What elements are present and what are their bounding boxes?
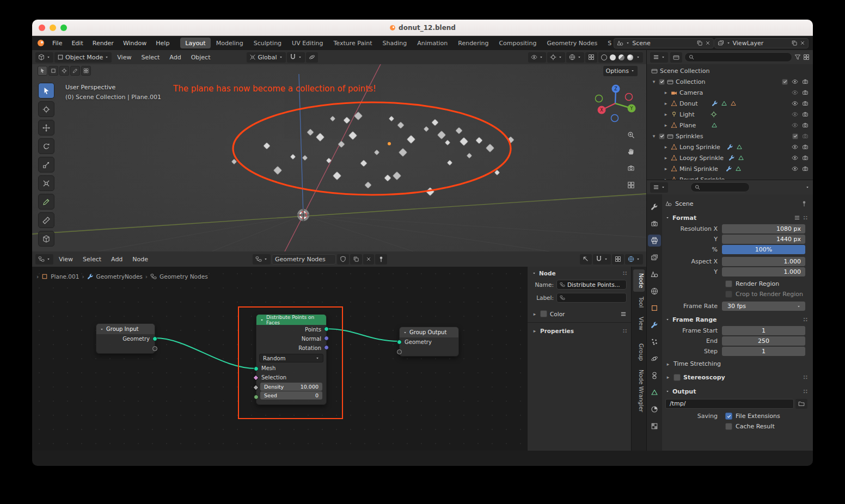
- tab-render-properties[interactable]: [648, 218, 661, 230]
- menu-help[interactable]: Help: [151, 38, 174, 48]
- unlink-scene-icon[interactable]: [705, 40, 711, 46]
- collection-checkbox[interactable]: [659, 133, 665, 139]
- tab-viewlayer-properties[interactable]: [648, 251, 661, 263]
- workspace-tab-truncated[interactable]: S: [603, 38, 613, 48]
- tab-view[interactable]: View: [633, 313, 645, 334]
- node-snapping-button[interactable]: [593, 254, 611, 265]
- outliner-row-round-sprinkle[interactable]: ▸ Round Sprinkle: [647, 174, 813, 180]
- new-viewlayer-icon[interactable]: [791, 40, 798, 46]
- tab-physics-properties[interactable]: [648, 353, 661, 365]
- node-label-input[interactable]: [556, 293, 627, 303]
- tab-constraint-properties[interactable]: [648, 370, 661, 382]
- stereoscopy-section-header[interactable]: ▸ Stereoscopy ∷: [665, 371, 807, 383]
- menu-window[interactable]: Window: [119, 38, 151, 48]
- tool-measure[interactable]: [38, 212, 54, 228]
- eye-icon[interactable]: [792, 144, 798, 150]
- tool-add-cube[interactable]: [38, 231, 54, 247]
- remove-viewlayer-icon[interactable]: [800, 40, 805, 46]
- exclude-checkbox[interactable]: [782, 79, 788, 85]
- tab-object-properties[interactable]: [648, 302, 661, 314]
- parent-tree-button[interactable]: [580, 254, 592, 265]
- eye-icon[interactable]: [792, 78, 798, 85]
- pan-view-button[interactable]: [624, 145, 638, 158]
- frame-end-field[interactable]: 250: [722, 336, 805, 346]
- drag-handle[interactable]: ∷: [803, 316, 807, 323]
- render-camera-icon[interactable]: [802, 133, 809, 139]
- xray-toggle[interactable]: [585, 52, 597, 63]
- presets-icon[interactable]: [794, 214, 800, 221]
- shading-rendered-icon[interactable]: [627, 54, 633, 60]
- transform-orientation-dropdown[interactable]: Global: [247, 52, 285, 63]
- drag-handle[interactable]: ∷: [623, 328, 627, 334]
- pin-icon[interactable]: [801, 200, 807, 207]
- node-menu-add[interactable]: Add: [107, 254, 127, 265]
- frame-rate-dropdown[interactable]: 30 fps: [722, 302, 805, 311]
- object-visibility-dropdown[interactable]: [528, 52, 546, 63]
- tool-cursor[interactable]: [38, 101, 54, 117]
- properties-search-input[interactable]: [690, 182, 750, 192]
- render-region-checkbox[interactable]: [725, 280, 732, 287]
- select-mode-tweak[interactable]: [38, 66, 47, 76]
- chevron-down-icon[interactable]: [805, 185, 810, 189]
- pin-button[interactable]: [375, 254, 387, 265]
- drag-handle[interactable]: ∷: [803, 388, 807, 395]
- tab-tool-properties[interactable]: [648, 201, 661, 213]
- tool-move[interactable]: [38, 120, 54, 136]
- outliner-options-icon[interactable]: [803, 54, 810, 60]
- minimize-window-button[interactable]: [50, 24, 56, 31]
- shading-solid-icon[interactable]: [610, 54, 616, 60]
- outliner-row-long-sprinkle[interactable]: ▸ Long Sprinkle: [647, 142, 813, 152]
- tab-world-properties[interactable]: [648, 285, 661, 297]
- socket-geometry-in[interactable]: [397, 340, 402, 345]
- socket-seed-in[interactable]: [254, 395, 259, 399]
- collapse-icon[interactable]: [260, 318, 264, 322]
- panel-properties-title[interactable]: Properties: [540, 328, 574, 334]
- collapse-icon[interactable]: [403, 330, 407, 335]
- select-mode-extra[interactable]: [81, 66, 91, 76]
- node-menu-node[interactable]: Node: [128, 254, 152, 265]
- editor-type-button[interactable]: [650, 52, 668, 63]
- workspace-tab-texture-paint[interactable]: Texture Paint: [328, 38, 377, 48]
- fake-user-button[interactable]: [337, 254, 349, 265]
- frame-step-field[interactable]: 1: [722, 347, 805, 356]
- outliner-row-plane[interactable]: ▸ Plane: [647, 120, 813, 131]
- viewport-menu-add[interactable]: Add: [165, 52, 185, 63]
- outliner-row-light[interactable]: ▸ Light: [647, 109, 813, 120]
- tab-scene-properties[interactable]: [648, 268, 661, 280]
- tab-particle-properties[interactable]: [648, 336, 661, 348]
- socket-rotation-out[interactable]: [324, 345, 329, 350]
- socket-geometry-out[interactable]: [152, 336, 157, 341]
- camera-view-button[interactable]: [624, 162, 638, 175]
- shading-material-icon[interactable]: [619, 54, 624, 60]
- menu-render[interactable]: Render: [88, 38, 118, 48]
- editor-type-button[interactable]: [35, 52, 53, 63]
- select-mode-lasso[interactable]: [70, 66, 80, 76]
- new-scene-icon[interactable]: [696, 40, 703, 46]
- node-grid-button[interactable]: [612, 254, 624, 265]
- eye-icon[interactable]: [792, 89, 798, 96]
- browse-folder-button[interactable]: [795, 399, 807, 409]
- presets-menu-icon[interactable]: [620, 311, 627, 317]
- collapse-icon[interactable]: [100, 327, 104, 331]
- aspect-x-field[interactable]: 1.000: [722, 257, 805, 266]
- close-window-button[interactable]: [39, 24, 45, 31]
- viewlayer-selector[interactable]: ViewLayer: [714, 38, 809, 48]
- window-titlebar[interactable]: donut_12.blend: [32, 20, 813, 36]
- zoom-view-button[interactable]: [624, 128, 638, 142]
- collapse-icon[interactable]: [532, 271, 536, 275]
- tool-annotate[interactable]: [38, 194, 54, 210]
- eye-icon[interactable]: [792, 100, 798, 107]
- drag-handle[interactable]: ∷: [803, 214, 807, 222]
- workspace-tab-layout[interactable]: Layout: [180, 38, 210, 48]
- display-mode-button[interactable]: [670, 52, 682, 63]
- tool-select[interactable]: [38, 83, 54, 99]
- output-section-header[interactable]: Output ∷: [665, 385, 807, 397]
- outliner-row-scene-collection[interactable]: Scene Collection: [647, 65, 813, 76]
- frame-start-field[interactable]: 1: [722, 326, 805, 335]
- tool-transform[interactable]: [38, 175, 54, 191]
- snapping-button[interactable]: [287, 52, 305, 63]
- format-section-header[interactable]: Format ∷: [665, 212, 807, 224]
- tab-node-wrangler[interactable]: Node Wrangler: [633, 366, 645, 416]
- tab-data-properties[interactable]: [648, 386, 661, 398]
- outliner-row-sprinkles[interactable]: ▾ Sprinkles: [647, 131, 813, 142]
